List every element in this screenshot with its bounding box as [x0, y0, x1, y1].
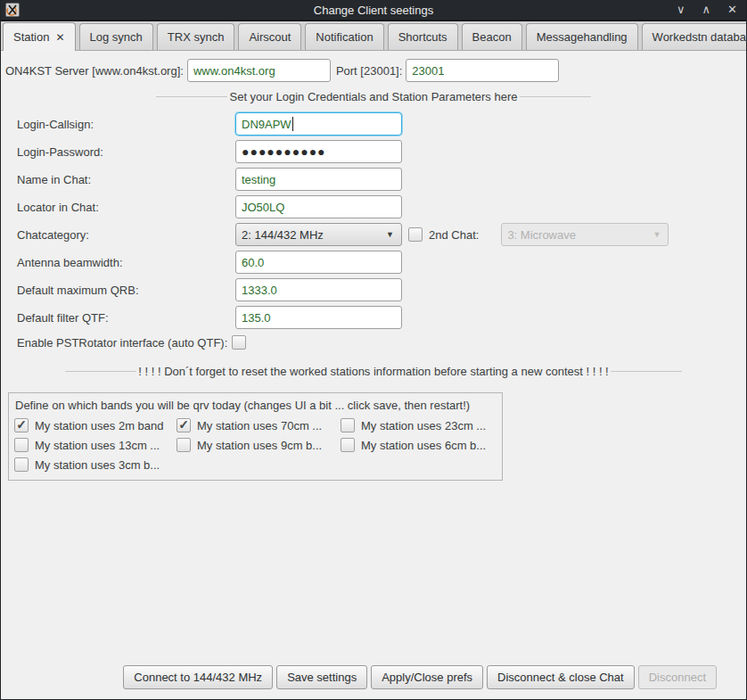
separator-line	[520, 96, 591, 97]
second-chat-label: 2nd Chat:	[429, 228, 479, 242]
tab-label: Notification	[316, 30, 373, 44]
tab-airscout[interactable]: Airscout	[238, 23, 301, 50]
max-qrb-input[interactable]	[235, 278, 402, 301]
band-2m-checkbox-row[interactable]: ✓ My station uses 2m band	[14, 418, 176, 432]
band-70cm-checkbox-row[interactable]: ✓ My station uses 70cm ...	[176, 418, 341, 432]
tab-workedstn-database[interactable]: Workedstn database	[642, 23, 747, 50]
bands-group-title: Define on which bands you will be qrv to…	[15, 399, 497, 412]
disconnect-button: Disconnect	[638, 665, 717, 689]
band-3cm-checkbox[interactable]	[14, 457, 29, 472]
login-password-label: Login-Password:	[17, 145, 235, 159]
tab-notification[interactable]: Notification	[305, 23, 383, 50]
save-settings-button[interactable]: Save settings	[276, 665, 367, 689]
band-9cm-checkbox-row[interactable]: My station uses 9cm b...	[176, 438, 341, 452]
chatcategory-value: 2: 144/432 MHz	[242, 228, 324, 242]
tab-station[interactable]: Station ✕	[3, 22, 76, 51]
app-icon	[5, 3, 20, 17]
filter-qtf-input[interactable]	[235, 306, 402, 329]
beamwidth-label: Antenna beamwidth:	[17, 256, 235, 269]
band-9cm-label: My station uses 9cm b...	[197, 439, 322, 452]
band-6cm-checkbox[interactable]	[341, 438, 355, 452]
form-row-chatcategory: Chatcategory: 2: 144/432 MHz ▼ 2nd Chat:…	[17, 223, 746, 246]
band-23cm-label: My station uses 23cm ...	[361, 419, 486, 432]
tab-label: Shortcuts	[398, 30, 447, 44]
band-3cm-label: My station uses 3cm b...	[35, 458, 160, 472]
titlebar: Change Client seetings ∨ ∧ ✕	[1, 0, 746, 20]
tab-label: Log synch	[90, 30, 143, 44]
settings-window: Change Client seetings ∨ ∧ ✕ Station ✕ L…	[0, 0, 747, 700]
form-row-chat-name: Name in Chat:	[17, 168, 746, 191]
form-row-pstrotator: Enable PSTRotator interface (auto QTF):	[17, 334, 746, 351]
max-qrb-label: Default maximum QRB:	[17, 284, 235, 297]
separator-line	[65, 371, 136, 372]
bands-groupbox: Define on which bands you will be qrv to…	[8, 392, 503, 481]
band-2m-checkbox[interactable]: ✓	[14, 418, 29, 432]
maximize-icon[interactable]: ∧	[702, 0, 711, 20]
band-9cm-checkbox[interactable]	[176, 438, 191, 452]
band-23cm-checkbox-row[interactable]: My station uses 23cm ...	[341, 418, 501, 432]
chat-name-input[interactable]	[235, 168, 402, 191]
band-13cm-checkbox-row[interactable]: My station uses 13cm ...	[14, 438, 176, 452]
second-chat-value: 3: Microwave	[507, 228, 576, 242]
contest-separator: ! ! ! ! Don´t forget to reset the worked…	[1, 363, 746, 379]
station-form: Login-Callsign: Login-Password: Name in …	[1, 112, 746, 351]
band-3cm-checkbox-row[interactable]: My station uses 3cm b...	[14, 457, 176, 472]
tab-label: Workedstn database	[653, 30, 747, 44]
window-title: Change Client seetings	[314, 4, 433, 17]
form-row-locator: Locator in Chat:	[17, 195, 746, 218]
tab-label: Airscout	[249, 30, 291, 44]
tab-log-synch[interactable]: Log synch	[79, 23, 153, 50]
login-callsign-label: Login-Callsign:	[17, 118, 235, 131]
band-13cm-checkbox[interactable]	[14, 438, 29, 452]
form-row-filter-qtf: Default filter QTF:	[17, 306, 746, 329]
credentials-separator-text: Set your Login Credentials and Station P…	[227, 90, 519, 103]
station-tab-content: ON4KST Server [www.on4kst.org]: Port [23…	[1, 59, 746, 700]
chatcategory-label: Chatcategory:	[17, 228, 235, 242]
port-input[interactable]	[406, 59, 559, 82]
beamwidth-input[interactable]	[235, 251, 402, 274]
login-callsign-input[interactable]	[235, 112, 402, 136]
second-chat-dropdown: 3: Microwave ▼	[501, 223, 669, 246]
tab-messagehandling[interactable]: Messagehandling	[526, 23, 638, 50]
text-caret	[292, 117, 293, 131]
filter-qtf-label: Default filter QTF:	[17, 311, 235, 325]
tab-close-icon[interactable]: ✕	[55, 31, 64, 44]
tab-bar: Station ✕ Log synch TRX synch Airscout N…	[1, 20, 746, 51]
chatcategory-dropdown[interactable]: 2: 144/432 MHz ▼	[235, 223, 402, 246]
locator-input[interactable]	[235, 195, 402, 218]
connect-button[interactable]: Connect to 144/432 MHz	[123, 665, 273, 689]
disconnect-close-chat-button[interactable]: Disconnect & close Chat	[487, 665, 635, 689]
footer-button-bar: Connect to 144/432 MHz Save settings App…	[123, 665, 717, 689]
second-chat-checkbox[interactable]	[408, 227, 423, 242]
band-70cm-checkbox[interactable]: ✓	[176, 418, 191, 432]
close-icon[interactable]: ✕	[727, 0, 737, 20]
contest-separator-text: ! ! ! ! Don´t forget to reset the worked…	[136, 365, 610, 378]
server-label: ON4KST Server [www.on4kst.org]:	[5, 64, 184, 78]
form-row-password: Login-Password:	[17, 140, 746, 163]
chat-name-label: Name in Chat:	[17, 173, 235, 186]
band-6cm-checkbox-row[interactable]: My station uses 6cm b...	[341, 438, 501, 452]
band-23cm-checkbox[interactable]	[341, 418, 355, 432]
tab-label: Beacon	[472, 30, 512, 44]
band-6cm-label: My station uses 6cm b...	[361, 439, 486, 452]
tab-trx-synch[interactable]: TRX synch	[157, 23, 235, 50]
pstrotator-label: Enable PSTRotator interface (auto QTF):	[17, 336, 227, 350]
form-row-beamwidth: Antenna beamwidth:	[17, 251, 746, 274]
form-row-callsign: Login-Callsign:	[17, 112, 746, 136]
credentials-separator: Set your Login Credentials and Station P…	[1, 88, 746, 104]
login-password-input[interactable]	[235, 140, 402, 163]
bands-grid: ✓ My station uses 2m band ✓ My station u…	[14, 418, 497, 472]
chevron-down-icon: ▼	[653, 230, 662, 239]
tab-shortcuts[interactable]: Shortcuts	[388, 23, 458, 50]
tab-label: Messagehandling	[537, 30, 628, 44]
apply-close-prefs-button[interactable]: Apply/Close prefs	[371, 665, 483, 689]
server-row: ON4KST Server [www.on4kst.org]: Port [23…	[5, 59, 746, 82]
band-70cm-label: My station uses 70cm ...	[197, 419, 322, 432]
form-row-max-qrb: Default maximum QRB:	[17, 278, 746, 301]
tab-beacon[interactable]: Beacon	[462, 23, 522, 50]
server-input[interactable]	[187, 59, 331, 82]
minimize-icon[interactable]: ∨	[677, 0, 685, 20]
tab-label: TRX synch	[168, 30, 225, 44]
pstrotator-checkbox[interactable]	[232, 335, 246, 350]
separator-line	[611, 371, 682, 372]
